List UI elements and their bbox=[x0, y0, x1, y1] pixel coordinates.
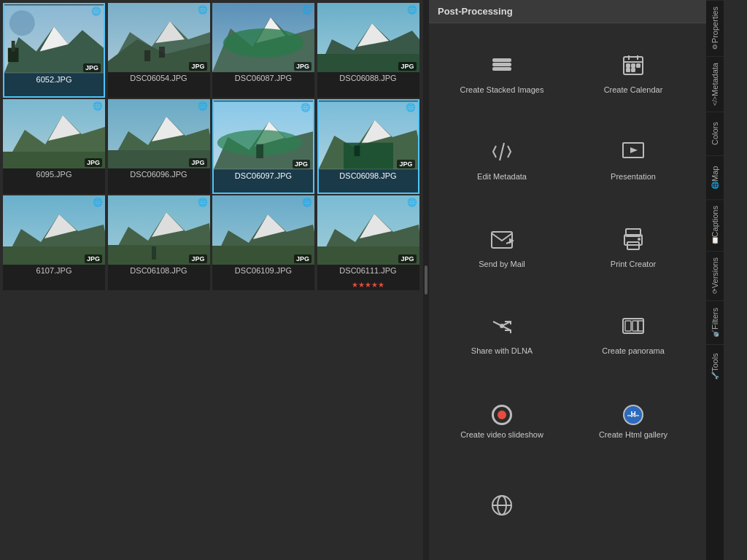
image-grid[interactable]: JPG 🌐 6052.JPG JPG 🌐 DSC06054.JPG bbox=[0, 0, 423, 560]
image-cell[interactable]: JPG 🌐 DSC06111.JPG ★★★★★ bbox=[317, 195, 419, 290]
tab-tools[interactable]: 🔧 Tools bbox=[706, 344, 724, 388]
image-label: DSC06097.JPG bbox=[214, 170, 313, 182]
svg-point-3 bbox=[9, 10, 35, 36]
svg-rect-11 bbox=[159, 47, 165, 58]
svg-line-67 bbox=[500, 143, 504, 160]
presentation-icon bbox=[622, 140, 645, 167]
image-cell[interactable]: JPG 🌐 DSC06096.JPG bbox=[108, 99, 210, 194]
image-label: DSC06109.JPG bbox=[212, 265, 314, 276]
image-cell[interactable]: JPG 🌐 6052.JPG bbox=[3, 3, 105, 98]
image-label: DSC06098.JPG bbox=[319, 170, 418, 182]
svg-rect-55 bbox=[493, 59, 511, 61]
svg-marker-69 bbox=[630, 147, 638, 153]
image-cell[interactable]: JPG 🌐 DSC06098.JPG bbox=[317, 99, 419, 194]
image-label: 6052.JPG bbox=[4, 74, 104, 85]
image-label: DSC06054.JPG bbox=[108, 72, 210, 84]
presentation-button[interactable]: Presentation bbox=[568, 117, 699, 204]
svg-rect-63 bbox=[632, 64, 635, 67]
tab-map[interactable]: 🌐 Map bbox=[706, 155, 724, 199]
svg-rect-64 bbox=[637, 64, 640, 67]
svg-rect-65 bbox=[627, 69, 630, 71]
image-label: 6095.JPG bbox=[3, 168, 105, 180]
tab-captions[interactable]: 📋 Captions bbox=[706, 199, 724, 251]
svg-rect-46 bbox=[152, 246, 156, 260]
create-stacked-images-button[interactable]: Create Stacked Images bbox=[436, 31, 568, 117]
extra-pp-item[interactable] bbox=[436, 466, 568, 553]
image-label: DSC06108.JPG bbox=[108, 265, 210, 276]
create-panorama-button[interactable]: Create panorama bbox=[568, 292, 699, 378]
tab-metadata[interactable]: </> Metadata bbox=[706, 56, 724, 112]
svg-rect-36 bbox=[344, 143, 393, 169]
image-cell[interactable]: JPG 🌐 DSC06109.JPG bbox=[212, 195, 314, 290]
svg-rect-32 bbox=[256, 144, 263, 158]
image-cell[interactable]: JPG 🌐 DSC06088.JPG bbox=[317, 3, 419, 98]
image-cell[interactable]: JPG 🌐 DSC06054.JPG bbox=[108, 3, 210, 98]
svg-point-79 bbox=[500, 324, 504, 328]
svg-rect-62 bbox=[627, 64, 630, 67]
image-cell[interactable]: JPG 🌐 6107.JPG bbox=[3, 195, 105, 290]
share-dlna-button[interactable]: Share with DLNA bbox=[436, 292, 568, 378]
image-cell[interactable]: JPG 🌐 DSC06097.JPG bbox=[212, 99, 314, 194]
svg-point-15 bbox=[223, 28, 303, 58]
svg-point-75 bbox=[638, 238, 640, 241]
image-label: DSC06087.JPG bbox=[212, 72, 314, 84]
tab-properties[interactable]: ⚙ Properties bbox=[706, 0, 724, 56]
create-panorama-icon bbox=[622, 314, 645, 341]
svg-rect-5 bbox=[12, 41, 15, 52]
tab-colors[interactable]: Colors bbox=[706, 112, 724, 155]
post-processing-header: Post-Processing bbox=[429, 0, 706, 23]
post-processing-grid: Create Stacked Images Create Calendar bbox=[429, 23, 706, 560]
svg-rect-37 bbox=[354, 146, 360, 157]
print-creator-button[interactable]: Print Creator bbox=[568, 205, 699, 292]
share-dlna-icon bbox=[490, 314, 514, 341]
create-video-slideshow-button[interactable]: Create video slideshow bbox=[436, 378, 568, 465]
panel-divider[interactable] bbox=[423, 0, 429, 560]
divider-handle bbox=[425, 265, 427, 295]
image-label: 6107.JPG bbox=[3, 265, 105, 276]
image-cell[interactable]: JPG 🌐 6095.JPG bbox=[3, 99, 105, 194]
svg-rect-10 bbox=[144, 50, 150, 61]
image-cell[interactable]: JPG 🌐 DSC06108.JPG bbox=[108, 195, 210, 290]
create-html-gallery-button[interactable]: Create Html gallery bbox=[568, 378, 699, 465]
right-sidebar-tabs: ⚙ Properties </> Metadata Colors 🌐 Map 📋… bbox=[706, 0, 724, 560]
svg-rect-56 bbox=[493, 63, 511, 66]
image-cell[interactable]: JPG 🌐 DSC06087.JPG bbox=[212, 3, 314, 98]
svg-rect-81 bbox=[625, 321, 631, 331]
create-html-gallery-icon bbox=[623, 405, 643, 425]
globe-icon bbox=[490, 494, 514, 521]
create-html-gallery-label: Create Html gallery bbox=[599, 429, 667, 440]
send-by-mail-label: Send by Mail bbox=[479, 259, 525, 269]
image-label: DSC06096.JPG bbox=[108, 168, 210, 180]
print-creator-icon bbox=[622, 228, 645, 254]
star-rating: ★★★★★ bbox=[352, 281, 384, 289]
calendar-icon bbox=[622, 53, 645, 80]
post-processing-panel: Post-Processing Create Stacked Images bbox=[429, 0, 706, 560]
create-calendar-label: Create Calendar bbox=[604, 85, 663, 95]
edit-metadata-button[interactable]: Edit Metadata bbox=[436, 117, 568, 204]
edit-metadata-label: Edit Metadata bbox=[477, 171, 527, 182]
tab-versions[interactable]: ⟳ Versions bbox=[706, 251, 724, 300]
presentation-label: Presentation bbox=[611, 171, 656, 182]
share-dlna-label: Share with DLNA bbox=[471, 346, 533, 356]
send-by-mail-button[interactable]: Send by Mail bbox=[436, 205, 568, 292]
tab-filters[interactable]: 🔍 Filters bbox=[706, 300, 724, 344]
send-by-mail-icon bbox=[490, 228, 514, 254]
edit-metadata-icon bbox=[490, 140, 514, 167]
create-panorama-label: Create panorama bbox=[602, 346, 665, 356]
create-calendar-button[interactable]: Create Calendar bbox=[568, 31, 699, 117]
post-processing-title: Post-Processing bbox=[438, 6, 513, 17]
image-label: DSC06111.JPG bbox=[317, 265, 419, 276]
print-creator-label: Print Creator bbox=[611, 259, 656, 269]
svg-rect-57 bbox=[493, 68, 511, 70]
svg-rect-66 bbox=[632, 69, 635, 71]
create-video-slideshow-icon bbox=[492, 405, 512, 425]
stacked-images-icon bbox=[490, 53, 514, 80]
create-stacked-images-label: Create Stacked Images bbox=[460, 85, 544, 95]
image-label: DSC06088.JPG bbox=[317, 72, 419, 84]
create-video-slideshow-label: Create video slideshow bbox=[460, 429, 543, 440]
